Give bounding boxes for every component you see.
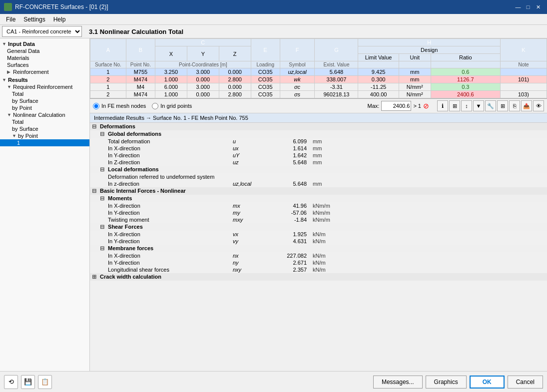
tree-nl-by-point[interactable]: ▼by Point bbox=[0, 132, 89, 139]
cell-ratio: 1126.7 bbox=[431, 76, 500, 83]
result-value: -1.84 bbox=[270, 216, 310, 223]
intermediate-content: ⊟ Deformations ⊟ Global deformations Tot… bbox=[90, 123, 547, 371]
intermediate-header: Intermediate Results → Surface No. 1 - F… bbox=[90, 113, 547, 123]
cell-surface: 2 bbox=[90, 91, 126, 98]
cell-z: 2.800 bbox=[219, 76, 251, 83]
result-value: 2.671 bbox=[270, 259, 310, 266]
result-subsection-header[interactable]: ⊟ Moments bbox=[90, 195, 547, 202]
copy-button[interactable]: ⎘ bbox=[509, 100, 520, 111]
tree-reinforcement[interactable]: ▶Reinforcement bbox=[0, 68, 89, 75]
export-bottom-button[interactable]: 📋 bbox=[38, 375, 52, 389]
result-row: Twisting moment mxy -1.84 kNm/m bbox=[90, 216, 547, 223]
subsection-expand-icon: ⊟ bbox=[100, 166, 104, 172]
max-compare: > 1 bbox=[413, 103, 421, 109]
radio-fe-mesh[interactable]: In FE mesh nodes bbox=[93, 103, 146, 109]
col-ratio: Ratio bbox=[431, 54, 500, 61]
tree-nl-point-1[interactable]: 1 bbox=[0, 139, 89, 146]
sort-button[interactable]: ↕ bbox=[461, 100, 472, 111]
result-value: 5.648 bbox=[270, 159, 310, 166]
subsection-expand-icon: ⊟ bbox=[100, 224, 104, 230]
result-symbol bbox=[230, 173, 270, 180]
cell-x: 3.250 bbox=[155, 68, 187, 76]
menu-bar: File Settings Help bbox=[0, 14, 547, 25]
tree-surfaces[interactable]: Surfaces bbox=[0, 61, 89, 68]
result-row: In X-direction vx 1.925 kN/m bbox=[90, 231, 547, 238]
result-label: Deformation referred to undeformed syste… bbox=[90, 173, 230, 180]
section-label: Deformations bbox=[100, 123, 135, 129]
save-button[interactable]: 💾 bbox=[21, 375, 35, 389]
result-subsection-header[interactable]: ⊟ Membrane forces bbox=[90, 245, 547, 252]
result-label: In X-direction bbox=[90, 202, 230, 209]
max-input[interactable] bbox=[381, 101, 411, 111]
close-button[interactable]: ✕ bbox=[533, 2, 543, 12]
tree-nl-total[interactable]: Total bbox=[0, 118, 89, 125]
section-expand-icon: ⊟ bbox=[92, 188, 96, 194]
cell-unit: mm bbox=[399, 76, 431, 83]
table-icon-toolbar: ℹ ⊞ ↕ ▼ 🔧 ⊞ ⎘ 📤 👁 bbox=[437, 100, 544, 111]
funnel-button[interactable]: ▼ bbox=[473, 100, 484, 111]
tree-nl-by-surface[interactable]: by Surface bbox=[0, 125, 89, 132]
filter-button[interactable]: ⊞ bbox=[449, 100, 460, 111]
history-button[interactable]: ⟲ bbox=[4, 375, 18, 389]
tree-nonlinear-calculation[interactable]: ▼Nonlinear Calculation bbox=[0, 111, 89, 118]
result-label: In X-direction bbox=[90, 145, 230, 152]
maximize-button[interactable]: □ bbox=[523, 2, 533, 12]
result-section-header[interactable]: ⊟ Basic Internal Forces - Nonlinear bbox=[90, 187, 547, 195]
cell-exist-value: 5.648 bbox=[315, 68, 358, 76]
cell-point: M474 bbox=[126, 91, 155, 98]
radio-grid[interactable]: In grid points bbox=[152, 103, 192, 109]
graphics-button[interactable]: Graphics bbox=[426, 376, 467, 389]
result-symbol: vx bbox=[230, 231, 270, 238]
result-section-header[interactable]: ⊞ Crack width calculation bbox=[90, 273, 547, 281]
result-label: In Y-direction bbox=[90, 209, 230, 216]
menu-help[interactable]: Help bbox=[49, 15, 70, 24]
tree-rr-total[interactable]: Total bbox=[0, 90, 89, 97]
result-unit: kN/m bbox=[310, 238, 547, 245]
grid-button[interactable]: ⊞ bbox=[497, 100, 508, 111]
tree-materials[interactable]: Materials bbox=[0, 54, 89, 61]
cell-y: 0.000 bbox=[187, 91, 219, 98]
case-dropdown[interactable]: CA1 - Reinforced concrete desi... bbox=[2, 26, 82, 37]
cell-loading: CO35 bbox=[251, 83, 280, 91]
result-value: 41.96 bbox=[270, 202, 310, 209]
result-label: In z-direction bbox=[90, 180, 230, 187]
result-section-header[interactable]: ⊟ Deformations bbox=[90, 123, 547, 130]
cell-loading: CO35 bbox=[251, 76, 280, 83]
tree-rr-by-point[interactable]: by Point bbox=[0, 104, 89, 111]
result-unit: mm bbox=[310, 180, 547, 187]
tools-button[interactable]: 🔧 bbox=[485, 100, 496, 111]
ok-button[interactable]: OK bbox=[470, 376, 505, 389]
result-row: In X-direction mx 41.96 kNm/m bbox=[90, 202, 547, 209]
menu-settings[interactable]: Settings bbox=[19, 15, 49, 24]
result-subsection-header[interactable]: ⊟ Local deformations bbox=[90, 166, 547, 173]
result-subsection-header[interactable]: ⊟ Global deformations bbox=[90, 130, 547, 138]
tree-results[interactable]: ▼Results bbox=[0, 76, 89, 83]
result-symbol: mxy bbox=[230, 216, 270, 223]
subsection-expand-icon: ⊟ bbox=[100, 245, 104, 251]
cell-z: 0.000 bbox=[219, 68, 251, 76]
subsection-label: Membrane forces bbox=[108, 245, 153, 251]
max-group: Max: > 1 ⊘ bbox=[368, 101, 429, 111]
menu-file[interactable]: File bbox=[2, 15, 19, 24]
result-row: Deformation referred to undeformed syste… bbox=[90, 173, 547, 180]
result-label: Total deformation bbox=[90, 138, 230, 145]
cell-point: M755 bbox=[126, 68, 155, 76]
minimize-button[interactable]: — bbox=[513, 2, 523, 12]
export-button[interactable]: 📤 bbox=[521, 100, 532, 111]
tree-required-reinforcement[interactable]: ▼Required Reinforcement bbox=[0, 83, 89, 90]
tree-input-data[interactable]: ▼Input Data bbox=[0, 40, 89, 47]
result-row: In Y-direction uY 1.642 mm bbox=[90, 152, 547, 159]
cell-surface: 2 bbox=[90, 76, 126, 83]
result-label: In Y-direction bbox=[90, 152, 230, 159]
result-row: In Y-direction my -57.06 kNm/m bbox=[90, 209, 547, 216]
tree-rr-by-surface[interactable]: by Surface bbox=[0, 97, 89, 104]
cell-x: 1.000 bbox=[155, 91, 187, 98]
info-button[interactable]: ℹ bbox=[437, 100, 448, 111]
result-subsection-header[interactable]: ⊟ Shear Forces bbox=[90, 223, 547, 231]
result-symbol: u bbox=[230, 138, 270, 145]
messages-button[interactable]: Messages... bbox=[373, 376, 423, 389]
result-symbol: ny bbox=[230, 259, 270, 266]
tree-general-data[interactable]: General Data bbox=[0, 47, 89, 54]
cancel-button[interactable]: Cancel bbox=[508, 376, 543, 389]
eye-button[interactable]: 👁 bbox=[533, 100, 544, 111]
